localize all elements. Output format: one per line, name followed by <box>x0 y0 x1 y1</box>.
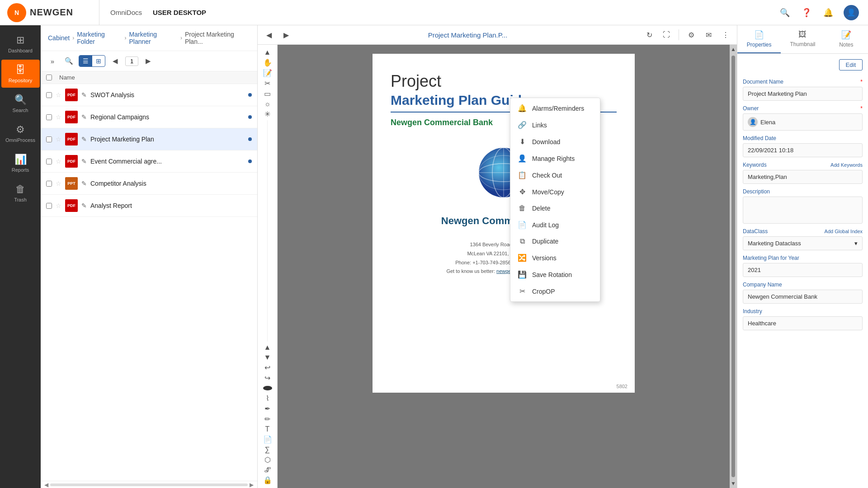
mail-icon[interactable]: ✉ <box>702 28 715 42</box>
ctx-cropop[interactable]: ✂ CropOP <box>510 283 600 300</box>
star-icon[interactable]: ☆ <box>56 136 61 143</box>
edit-button[interactable]: Edit <box>839 59 863 70</box>
doc-page-area[interactable]: Project Marketing Plan Guide Newgen Comm… <box>278 45 730 488</box>
stamp-tool[interactable]: ✳ <box>260 110 275 118</box>
add-global-index-link[interactable]: Add Global Index <box>825 229 863 234</box>
refresh-icon[interactable]: ↻ <box>642 28 656 42</box>
ctx-duplicate[interactable]: ⧉ Duplicate <box>510 233 600 249</box>
breadcrumb-cabinet[interactable]: Cabinet <box>48 34 70 42</box>
add-keywords-link[interactable]: Add Keywords <box>830 162 863 168</box>
settings-icon[interactable]: ⚙ <box>684 28 698 42</box>
file-checkbox[interactable] <box>46 181 52 187</box>
lasso-tool[interactable]: ⌇ <box>260 394 275 403</box>
description-field[interactable] <box>743 197 863 224</box>
undo-tool[interactable]: ↩ <box>260 363 275 372</box>
breadcrumb-marketing-planner[interactable]: Marketing Planner <box>129 31 178 45</box>
ctx-move-copy[interactable]: ✥ Move/Copy <box>510 183 600 200</box>
ctx-download[interactable]: ⬇ Download <box>510 133 600 150</box>
edit-icon[interactable]: ✎ <box>81 202 87 209</box>
sidebar-item-search[interactable]: 🔍 Search <box>1 89 40 117</box>
nodes-tool[interactable]: ⬡ <box>260 455 275 464</box>
page-up-tool[interactable]: ▲ <box>260 343 275 352</box>
nav-omnidocs[interactable]: OmniDocs <box>110 9 142 16</box>
doc-prev-btn[interactable]: ◀ <box>262 28 276 42</box>
lock-tool[interactable]: 🔒 <box>260 476 275 484</box>
zoom-tool[interactable]: ☼ <box>260 100 275 108</box>
ctx-delete[interactable]: 🗑 Delete <box>510 200 600 216</box>
ctx-versions[interactable]: 🔀 Versions <box>510 249 600 266</box>
shape-tool[interactable]: ▭ <box>260 89 275 98</box>
list-item[interactable]: ☆ PDF ✎ SWOT Analysis <box>41 84 257 106</box>
breadcrumb-marketing-folder[interactable]: Marketing Folder <box>77 31 122 45</box>
sidebar-item-repository[interactable]: 🗄 Repository <box>1 60 40 88</box>
hand-tool[interactable]: ✋ <box>260 58 275 67</box>
edit-icon[interactable]: ✎ <box>81 91 87 99</box>
doc-next-btn[interactable]: ▶ <box>279 28 293 42</box>
prev-page-icon[interactable]: ◀ <box>109 55 122 67</box>
sidebar-item-reports[interactable]: 📊 Reports <box>1 149 40 177</box>
expand-icon[interactable]: » <box>46 55 59 67</box>
select-all-checkbox[interactable] <box>46 75 52 80</box>
scroll-thumb[interactable] <box>731 56 735 477</box>
star-icon[interactable]: ☆ <box>56 180 61 187</box>
list-item[interactable]: ☆ PPT ✎ Competitor Analysis <box>41 173 257 195</box>
tab-thumbnail[interactable]: 🖼 Thumbnail <box>781 25 824 53</box>
horizontal-scrollbar[interactable]: ◀ ▶ <box>41 481 257 488</box>
text-tool[interactable]: 📝 <box>260 69 275 77</box>
pen-tool[interactable]: ✒ <box>260 404 275 413</box>
sidebar-item-dashboard[interactable]: ⊞ Dashboard <box>1 30 40 58</box>
edit-icon[interactable]: ✎ <box>81 113 87 121</box>
list-item[interactable]: ☆ PDF ✎ Analyst Report <box>41 195 257 217</box>
more-options-icon[interactable]: ⋮ <box>719 28 732 42</box>
star-icon[interactable]: ☆ <box>56 91 61 99</box>
scroll-left-arrow[interactable]: ◀ <box>42 482 50 488</box>
redo-tool[interactable]: ↪ <box>260 374 275 382</box>
scroll-up-arrow[interactable]: ▲ <box>729 45 737 54</box>
file-checkbox[interactable] <box>46 136 52 142</box>
file-checkbox[interactable] <box>46 159 52 164</box>
list-item[interactable]: ☆ PDF ✎ Project Marketing Plan <box>41 128 257 150</box>
doc-vertical-scrollbar[interactable]: ▲ ▼ <box>730 45 737 488</box>
edit-icon[interactable]: ✎ <box>81 136 87 143</box>
list-item[interactable]: ☆ PDF ✎ Regional Campaigns <box>41 106 257 128</box>
sidebar-item-trash[interactable]: 🗑 Trash <box>1 179 40 207</box>
scroll-right-arrow[interactable]: ▶ <box>248 482 255 488</box>
tab-notes[interactable]: 📝 Notes <box>825 25 868 53</box>
grid-view-btn[interactable]: ⊞ <box>92 56 105 66</box>
nav-user-desktop[interactable]: USER DESKTOP <box>153 9 206 16</box>
color-picker[interactable] <box>263 386 272 390</box>
eraser-tool[interactable]: ✏ <box>260 415 275 423</box>
ctx-alarms[interactable]: 🔔 Alarms/Reminders <box>510 100 600 117</box>
fullscreen-icon[interactable]: ⛶ <box>660 28 673 42</box>
ctx-save-rotation[interactable]: 💾 Save Rotation <box>510 266 600 283</box>
page-tool[interactable]: 📄 <box>260 435 275 444</box>
ctx-links[interactable]: 🔗 Links <box>510 117 600 133</box>
avatar[interactable]: 👤 <box>844 5 859 20</box>
dataclass-select[interactable]: Marketing Dataclass ▾ <box>743 236 863 250</box>
formula-tool[interactable]: ∑ <box>260 446 275 454</box>
list-item[interactable]: ☆ PDF ✎ Event Commercial agre... <box>41 150 257 173</box>
notification-icon[interactable]: 🔔 <box>822 6 835 19</box>
ctx-audit-log[interactable]: 📄 Audit Log <box>510 216 600 233</box>
tab-properties[interactable]: 📄 Properties <box>737 25 781 53</box>
search-icon[interactable]: 🔍 <box>778 6 791 19</box>
ctx-manage-rights[interactable]: 👤 Manage Rights <box>510 150 600 167</box>
crop-tool[interactable]: ✂ <box>260 79 275 88</box>
file-checkbox[interactable] <box>46 92 52 98</box>
sidebar-item-omniprocess[interactable]: ⚙ OmniProcess <box>1 119 40 147</box>
edit-icon[interactable]: ✎ <box>81 158 87 165</box>
page-down-tool[interactable]: ▼ <box>260 353 275 361</box>
file-checkbox[interactable] <box>46 114 52 120</box>
scroll-down-arrow[interactable]: ▼ <box>729 479 737 488</box>
help-icon[interactable]: ❓ <box>800 6 813 19</box>
select-tool[interactable]: ▲ <box>260 48 275 56</box>
file-search-icon[interactable]: 🔍 <box>62 55 75 67</box>
star-icon[interactable]: ☆ <box>56 158 61 165</box>
star-icon[interactable]: ☆ <box>56 113 61 121</box>
next-page-icon[interactable]: ▶ <box>142 55 155 67</box>
file-checkbox[interactable] <box>46 203 52 209</box>
link-tool[interactable]: 🖇 <box>260 466 275 474</box>
star-icon[interactable]: ☆ <box>56 202 61 209</box>
list-view-btn[interactable]: ☰ <box>79 56 92 66</box>
text-insert-tool[interactable]: T <box>260 425 275 433</box>
